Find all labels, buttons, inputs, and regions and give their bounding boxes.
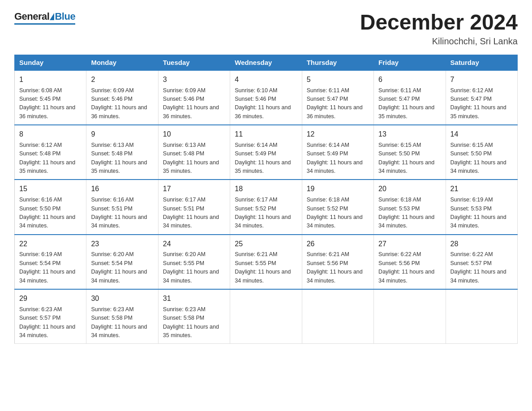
calendar-cell: 19Sunrise: 6:18 AMSunset: 5:52 PMDayligh… xyxy=(302,180,373,234)
day-number: 23 xyxy=(91,239,153,250)
weekday-header-thursday: Thursday xyxy=(302,55,373,70)
day-number: 24 xyxy=(163,239,225,250)
calendar-cell: 24Sunrise: 6:20 AMSunset: 5:55 PMDayligh… xyxy=(158,235,230,289)
calendar-cell: 15Sunrise: 6:16 AMSunset: 5:50 PMDayligh… xyxy=(15,180,86,234)
day-number: 15 xyxy=(19,184,82,195)
day-info: Sunrise: 6:22 AMSunset: 5:56 PMDaylight:… xyxy=(378,251,434,283)
day-info: Sunrise: 6:09 AMSunset: 5:46 PMDaylight:… xyxy=(91,87,147,120)
calendar-cell: 6Sunrise: 6:11 AMSunset: 5:47 PMDaylight… xyxy=(374,70,446,125)
calendar-cell: 29Sunrise: 6:23 AMSunset: 5:57 PMDayligh… xyxy=(15,289,86,344)
calendar-cell xyxy=(446,289,517,344)
day-info: Sunrise: 6:10 AMSunset: 5:46 PMDaylight:… xyxy=(235,87,291,120)
calendar-cell: 9Sunrise: 6:13 AMSunset: 5:48 PMDaylight… xyxy=(86,125,158,180)
day-number: 7 xyxy=(450,74,513,86)
calendar-cell: 20Sunrise: 6:18 AMSunset: 5:53 PMDayligh… xyxy=(374,180,446,234)
day-number: 13 xyxy=(378,129,441,140)
calendar-cell: 5Sunrise: 6:11 AMSunset: 5:47 PMDaylight… xyxy=(302,70,373,125)
calendar-body: 1Sunrise: 6:08 AMSunset: 5:45 PMDaylight… xyxy=(15,70,518,344)
weekday-header-wednesday: Wednesday xyxy=(230,55,302,70)
day-info: Sunrise: 6:11 AMSunset: 5:47 PMDaylight:… xyxy=(307,87,363,120)
calendar-cell: 25Sunrise: 6:21 AMSunset: 5:55 PMDayligh… xyxy=(230,235,302,289)
day-number: 25 xyxy=(235,239,297,250)
calendar-cell: 22Sunrise: 6:19 AMSunset: 5:54 PMDayligh… xyxy=(15,235,86,289)
calendar-cell: 3Sunrise: 6:09 AMSunset: 5:46 PMDaylight… xyxy=(158,70,230,125)
day-info: Sunrise: 6:15 AMSunset: 5:50 PMDaylight:… xyxy=(378,142,434,174)
day-number: 2 xyxy=(91,74,153,86)
day-number: 17 xyxy=(163,184,225,195)
weekday-header-monday: Monday xyxy=(86,55,158,70)
day-number: 14 xyxy=(450,129,513,140)
title-area: December 2024 Kilinochchi, Sri Lanka xyxy=(360,11,518,47)
day-number: 11 xyxy=(235,129,297,140)
day-info: Sunrise: 6:18 AMSunset: 5:52 PMDaylight:… xyxy=(307,197,363,229)
calendar-cell: 30Sunrise: 6:23 AMSunset: 5:58 PMDayligh… xyxy=(86,289,158,344)
calendar-week-row: 15Sunrise: 6:16 AMSunset: 5:50 PMDayligh… xyxy=(15,180,518,234)
day-number: 6 xyxy=(378,74,441,86)
day-info: Sunrise: 6:19 AMSunset: 5:54 PMDaylight:… xyxy=(19,251,75,283)
day-number: 3 xyxy=(163,74,225,86)
day-info: Sunrise: 6:23 AMSunset: 5:58 PMDaylight:… xyxy=(163,306,219,338)
calendar-cell: 2Sunrise: 6:09 AMSunset: 5:46 PMDaylight… xyxy=(86,70,158,125)
day-number: 12 xyxy=(307,129,369,140)
weekday-header-sunday: Sunday xyxy=(15,55,86,70)
calendar-cell: 31Sunrise: 6:23 AMSunset: 5:58 PMDayligh… xyxy=(158,289,230,344)
page-header: General Blue December 2024 Kilinochchi, … xyxy=(14,11,518,47)
calendar-cell: 4Sunrise: 6:10 AMSunset: 5:46 PMDaylight… xyxy=(230,70,302,125)
day-number: 31 xyxy=(163,293,225,304)
calendar-cell: 23Sunrise: 6:20 AMSunset: 5:54 PMDayligh… xyxy=(86,235,158,289)
day-info: Sunrise: 6:16 AMSunset: 5:50 PMDaylight:… xyxy=(19,197,75,229)
calendar-week-row: 1Sunrise: 6:08 AMSunset: 5:45 PMDaylight… xyxy=(15,70,518,125)
calendar-cell xyxy=(374,289,446,344)
day-info: Sunrise: 6:09 AMSunset: 5:46 PMDaylight:… xyxy=(163,87,219,120)
day-info: Sunrise: 6:14 AMSunset: 5:49 PMDaylight:… xyxy=(307,142,363,174)
logo: General Blue xyxy=(14,11,75,25)
day-number: 5 xyxy=(307,74,369,86)
day-number: 27 xyxy=(378,239,441,250)
day-info: Sunrise: 6:17 AMSunset: 5:52 PMDaylight:… xyxy=(235,197,291,229)
day-info: Sunrise: 6:23 AMSunset: 5:58 PMDaylight:… xyxy=(91,306,147,338)
calendar-week-row: 29Sunrise: 6:23 AMSunset: 5:57 PMDayligh… xyxy=(15,289,518,344)
calendar-week-row: 22Sunrise: 6:19 AMSunset: 5:54 PMDayligh… xyxy=(15,235,518,289)
calendar-cell: 7Sunrise: 6:12 AMSunset: 5:47 PMDaylight… xyxy=(446,70,517,125)
calendar-cell: 8Sunrise: 6:12 AMSunset: 5:48 PMDaylight… xyxy=(15,125,86,180)
day-number: 9 xyxy=(91,129,153,140)
logo-underline xyxy=(14,23,75,25)
calendar-cell: 21Sunrise: 6:19 AMSunset: 5:53 PMDayligh… xyxy=(446,180,517,234)
day-number: 10 xyxy=(163,129,225,140)
day-info: Sunrise: 6:21 AMSunset: 5:55 PMDaylight:… xyxy=(235,251,291,283)
day-info: Sunrise: 6:20 AMSunset: 5:54 PMDaylight:… xyxy=(91,251,147,283)
day-info: Sunrise: 6:19 AMSunset: 5:53 PMDaylight:… xyxy=(450,197,506,229)
weekday-header-saturday: Saturday xyxy=(446,55,517,70)
calendar-cell xyxy=(230,289,302,344)
day-number: 18 xyxy=(235,184,297,195)
weekday-header-friday: Friday xyxy=(374,55,446,70)
calendar-cell: 28Sunrise: 6:22 AMSunset: 5:57 PMDayligh… xyxy=(446,235,517,289)
logo-blue-text: Blue xyxy=(55,11,75,22)
day-info: Sunrise: 6:22 AMSunset: 5:57 PMDaylight:… xyxy=(450,251,506,283)
calendar-cell: 16Sunrise: 6:16 AMSunset: 5:51 PMDayligh… xyxy=(86,180,158,234)
calendar-week-row: 8Sunrise: 6:12 AMSunset: 5:48 PMDaylight… xyxy=(15,125,518,180)
day-number: 28 xyxy=(450,239,513,250)
day-info: Sunrise: 6:12 AMSunset: 5:47 PMDaylight:… xyxy=(450,87,506,120)
day-number: 19 xyxy=(307,184,369,195)
day-number: 4 xyxy=(235,74,297,86)
day-info: Sunrise: 6:20 AMSunset: 5:55 PMDaylight:… xyxy=(163,251,219,283)
day-info: Sunrise: 6:12 AMSunset: 5:48 PMDaylight:… xyxy=(19,142,75,174)
day-number: 20 xyxy=(378,184,441,195)
location-text: Kilinochchi, Sri Lanka xyxy=(360,36,518,47)
calendar-cell: 27Sunrise: 6:22 AMSunset: 5:56 PMDayligh… xyxy=(374,235,446,289)
day-info: Sunrise: 6:16 AMSunset: 5:51 PMDaylight:… xyxy=(91,197,147,229)
day-info: Sunrise: 6:18 AMSunset: 5:53 PMDaylight:… xyxy=(378,197,434,229)
day-number: 26 xyxy=(307,239,369,250)
calendar-cell: 18Sunrise: 6:17 AMSunset: 5:52 PMDayligh… xyxy=(230,180,302,234)
day-info: Sunrise: 6:08 AMSunset: 5:45 PMDaylight:… xyxy=(19,87,75,120)
day-number: 29 xyxy=(19,293,82,304)
logo-general-text: General xyxy=(14,11,49,22)
day-info: Sunrise: 6:14 AMSunset: 5:49 PMDaylight:… xyxy=(235,142,291,174)
calendar-cell: 26Sunrise: 6:21 AMSunset: 5:56 PMDayligh… xyxy=(302,235,373,289)
calendar-cell: 12Sunrise: 6:14 AMSunset: 5:49 PMDayligh… xyxy=(302,125,373,180)
month-title: December 2024 xyxy=(360,11,518,34)
day-info: Sunrise: 6:13 AMSunset: 5:48 PMDaylight:… xyxy=(163,142,219,174)
day-number: 8 xyxy=(19,129,82,140)
calendar-table: SundayMondayTuesdayWednesdayThursdayFrid… xyxy=(14,55,518,344)
